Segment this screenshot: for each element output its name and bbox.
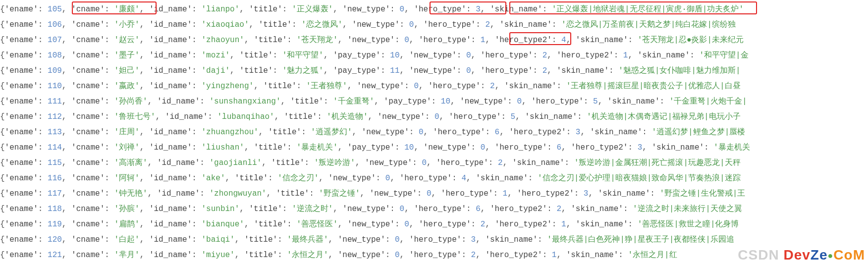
output-line: {'ename': 111, 'cname': '孙尚香', 'id_name'… [0, 94, 868, 109]
output-line: {'ename': 108, 'cname': '墨子', 'id_name':… [0, 48, 868, 63]
output-line: {'ename': 121, 'cname': '芈月', 'id_name':… [0, 248, 868, 263]
output-line: {'ename': 107, 'cname': '赵云', 'id_name':… [0, 33, 868, 48]
output-line: {'ename': 105, 'cname': '廉颇', 'id_name':… [0, 2, 868, 17]
output-line: {'ename': 119, 'cname': '扁鹊', 'id_name':… [0, 217, 868, 232]
output-line: {'ename': 112, 'cname': '鲁班七号', 'id_name… [0, 109, 868, 125]
output-line: {'ename': 116, 'cname': '阿轲', 'id_name':… [0, 171, 868, 186]
output-line: {'ename': 120, 'cname': '白起', 'id_name':… [0, 232, 868, 248]
output-line: {'ename': 114, 'cname': '刘禅', 'id_name':… [0, 140, 868, 156]
code-output: {'ename': 105, 'cname': '廉颇', 'id_name':… [0, 0, 868, 265]
output-line: {'ename': 117, 'cname': '钟无艳', 'id_name'… [0, 186, 868, 202]
output-line: {'ename': 115, 'cname': '高渐离', 'id_name'… [0, 156, 868, 171]
output-line: {'ename': 109, 'cname': '妲己', 'id_name':… [0, 63, 868, 79]
output-line: {'ename': 118, 'cname': '孙膑', 'id_name':… [0, 202, 868, 217]
output-line: {'ename': 110, 'cname': '嬴政', 'id_name':… [0, 79, 868, 94]
output-line: {'ename': 106, 'cname': '小乔', 'id_name':… [0, 17, 868, 33]
output-line: {'ename': 113, 'cname': '庄周', 'id_name':… [0, 125, 868, 140]
output-line: {'ename': 123, 'cname': '吕布', 'id_name':… [0, 263, 868, 265]
